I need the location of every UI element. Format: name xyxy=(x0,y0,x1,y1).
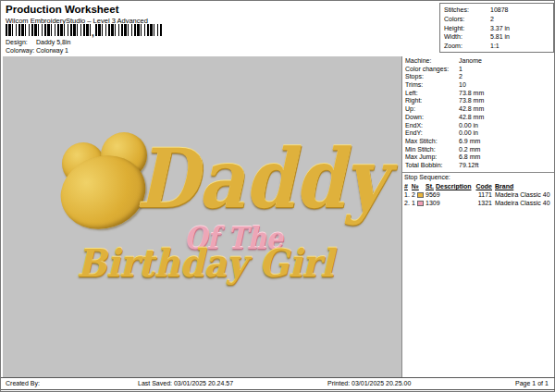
footer-divider-bottom xyxy=(1,389,555,390)
design-name-row: Design: Daddy 5,8in xyxy=(6,39,70,45)
stop-row-2-needle: 1 xyxy=(412,200,415,207)
page-title: Production Worksheet xyxy=(6,4,118,15)
info-color-changes: Color changes:1 xyxy=(405,66,553,74)
machine-info-list: Machine:Janome Color changes:1 Stops:2 T… xyxy=(405,57,553,170)
page-number-label: Page 1 of 1 xyxy=(515,380,549,386)
stop-row-2-stitches: 1309 xyxy=(426,200,440,207)
stop-row-1-stitches: 9569 xyxy=(426,191,440,199)
info-min-stitch: Min Stitch:0.2 mm xyxy=(405,146,553,154)
footer-divider-top xyxy=(1,377,555,378)
printed-label: Printed: 03/01/2025 20.25.00 xyxy=(327,380,411,386)
stat-colors: Colors:2 xyxy=(440,15,553,24)
col-header-number: # xyxy=(404,183,408,190)
stop-row-2-code: 1321 xyxy=(468,200,492,207)
colorway-row: Colorway: Colorway 1 xyxy=(6,47,68,54)
embroidery-text-birthday-girl: Birthday Girl xyxy=(77,245,334,283)
col-header-code: Code xyxy=(468,183,492,190)
design-stats-box: Stitches:10878 Colors:2 Height:3.37 in W… xyxy=(439,3,554,53)
stat-width: Width:5.81 in xyxy=(440,32,553,42)
stat-stitches: Stitches:10878 xyxy=(440,6,553,15)
info-up: Up:42.8 mm xyxy=(405,105,553,114)
barcode-bars-right xyxy=(95,24,162,36)
info-machine: Machine:Janome xyxy=(405,57,553,66)
info-endy: EndY:0.00 in xyxy=(405,129,553,138)
info-trims: Trims:10 xyxy=(405,81,553,90)
created-by-label: Created By: xyxy=(6,380,40,386)
colorway-value: Colorway 1 xyxy=(36,47,68,54)
design-value: Daddy 5,8in xyxy=(36,39,70,45)
panel-divider xyxy=(401,56,402,377)
colorway-label: Colorway: xyxy=(6,47,36,54)
design-label: Design: xyxy=(6,39,36,45)
info-down: Down:42.8 mm xyxy=(405,114,553,122)
stop-row-1-brand: Madeira Classic 40 xyxy=(495,191,550,199)
stat-height: Height:3.37 in xyxy=(440,24,553,33)
info-max-jump: Max Jump:6.8 mm xyxy=(405,153,553,162)
design-preview-canvas: Daddy Of The Birthday Girl xyxy=(3,56,401,377)
info-max-stitch: Max Stitch:6.9 mm xyxy=(405,138,553,146)
info-left: Left:73.8 mm xyxy=(405,90,553,98)
col-header-needle: № xyxy=(412,183,419,190)
stop-row-1-needle: 2 xyxy=(412,191,415,199)
info-right: Right:73.8 mm xyxy=(405,97,553,105)
design-barcode: , xyxy=(6,24,162,36)
thread-color-swatch-2 xyxy=(417,201,424,206)
info-stops: Stops:2 xyxy=(405,73,553,81)
col-header-brand: Brand xyxy=(495,183,513,190)
stop-row-1-code: 1171 xyxy=(468,191,492,199)
col-header-description: Description xyxy=(436,183,472,190)
stop-sequence-title: Stop Sequence: xyxy=(404,174,450,180)
embroidery-text-daddy: Daddy xyxy=(136,138,387,219)
stop-row-2-brand: Madeira Classic 40 xyxy=(495,200,550,207)
barcode-bars-left xyxy=(6,24,91,36)
worksheet-page: Production Worksheet Wilcom EmbroiderySt… xyxy=(0,0,555,392)
info-endx: EndX:0.00 in xyxy=(405,122,553,130)
stat-zoom: Zoom:1:1 xyxy=(440,42,553,51)
stop-row-2-num: 2. xyxy=(404,200,410,207)
stop-sequence-divider xyxy=(402,172,554,173)
col-header-stitches: St. xyxy=(426,183,434,190)
info-total-bobbin: Total Bobbin:79.12ft xyxy=(405,162,553,170)
last-saved-label: Last Saved: 03/01/2025 20.24.57 xyxy=(138,380,233,386)
stop-row-1-num: 1. xyxy=(404,191,410,199)
thread-color-swatch-1 xyxy=(417,192,424,198)
